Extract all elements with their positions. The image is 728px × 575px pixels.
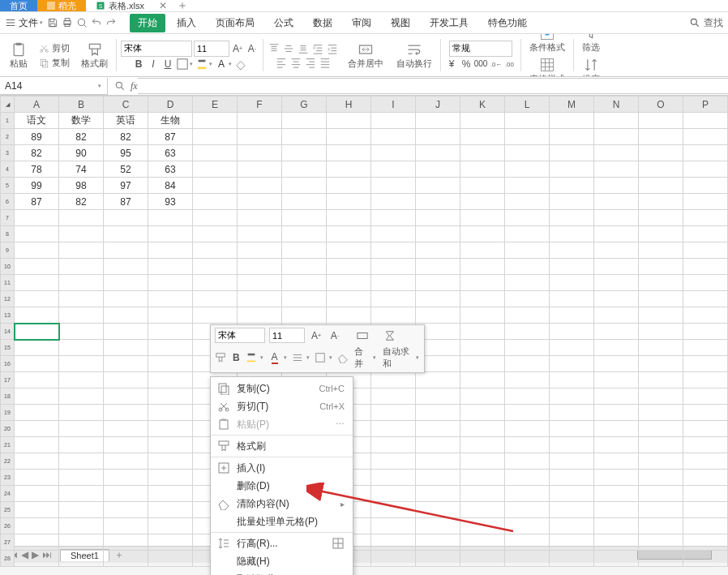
cell[interactable]: [460, 242, 505, 259]
cell[interactable]: [639, 405, 683, 421]
font-color-button[interactable]: A: [215, 58, 228, 71]
cell[interactable]: [550, 210, 594, 226]
cell[interactable]: [683, 194, 728, 210]
copy-button[interactable]: 复制: [36, 56, 72, 70]
cell[interactable]: [282, 113, 327, 129]
cell[interactable]: [683, 275, 728, 291]
cell[interactable]: [550, 372, 594, 388]
cell[interactable]: [416, 259, 460, 275]
cell[interactable]: [282, 226, 327, 242]
cell[interactable]: [148, 275, 193, 291]
row-header[interactable]: 15: [1, 340, 15, 356]
indent-increase-button[interactable]: [326, 42, 339, 55]
search-box[interactable]: 查找: [689, 16, 723, 30]
cell[interactable]: [15, 405, 59, 421]
cell[interactable]: [148, 340, 193, 356]
cell[interactable]: [505, 178, 550, 194]
cell[interactable]: [371, 291, 416, 307]
cell[interactable]: 82: [59, 129, 104, 145]
cell[interactable]: [505, 518, 550, 534]
cell[interactable]: [460, 356, 505, 372]
cell[interactable]: [327, 161, 371, 178]
cell[interactable]: [505, 242, 550, 259]
formula-input[interactable]: [138, 78, 728, 94]
underline-button[interactable]: U: [161, 58, 174, 71]
cell[interactable]: [416, 534, 460, 551]
cell[interactable]: [15, 226, 59, 242]
bold-button[interactable]: B: [132, 58, 145, 71]
italic-button[interactable]: I: [147, 58, 160, 71]
ctx-cut[interactable]: 剪切(T) Ctrl+X: [211, 397, 353, 415]
indent-decrease-button[interactable]: [311, 42, 324, 55]
cell[interactable]: [460, 178, 505, 194]
cell[interactable]: [238, 307, 282, 324]
cell[interactable]: [238, 129, 282, 145]
cell[interactable]: [59, 210, 104, 226]
cell[interactable]: [505, 405, 550, 421]
cell[interactable]: [460, 291, 505, 307]
cell[interactable]: [327, 242, 371, 259]
cell[interactable]: [282, 242, 327, 259]
align-right-button[interactable]: [304, 56, 317, 69]
cell[interactable]: [683, 470, 728, 486]
cell[interactable]: [639, 340, 683, 356]
cell[interactable]: 52: [104, 161, 148, 178]
cell[interactable]: [594, 307, 639, 324]
comma-button[interactable]: 000: [474, 58, 487, 71]
cell[interactable]: [416, 372, 460, 388]
row-header[interactable]: 9: [1, 242, 15, 259]
cell[interactable]: [327, 275, 371, 291]
menu-start[interactable]: 开始: [130, 14, 165, 32]
cell[interactable]: [15, 242, 59, 259]
cell[interactable]: [550, 437, 594, 453]
cut-button[interactable]: 剪切: [36, 41, 72, 55]
cell[interactable]: [104, 324, 148, 340]
cell[interactable]: [639, 291, 683, 307]
cell[interactable]: [505, 275, 550, 291]
row-header[interactable]: 25: [1, 502, 15, 518]
cell[interactable]: [639, 324, 683, 340]
cell[interactable]: 98: [59, 178, 104, 194]
row-header[interactable]: 14: [1, 324, 15, 340]
cell[interactable]: [104, 307, 148, 324]
align-left-button[interactable]: [275, 56, 288, 69]
cell[interactable]: [505, 340, 550, 356]
cell[interactable]: 63: [148, 161, 193, 178]
cell[interactable]: [59, 226, 104, 242]
cell[interactable]: [104, 534, 148, 551]
cell[interactable]: [416, 405, 460, 421]
cell[interactable]: [639, 129, 683, 145]
cell[interactable]: [683, 226, 728, 242]
cell[interactable]: [416, 145, 460, 161]
cell[interactable]: [104, 210, 148, 226]
cell[interactable]: [282, 129, 327, 145]
cell[interactable]: [104, 372, 148, 388]
cell[interactable]: [238, 210, 282, 226]
cell[interactable]: [282, 259, 327, 275]
cell[interactable]: [193, 113, 238, 129]
cell[interactable]: [148, 453, 193, 470]
cell[interactable]: [639, 356, 683, 372]
cell[interactable]: [639, 502, 683, 518]
menu-formula[interactable]: 公式: [266, 14, 302, 32]
cell[interactable]: [550, 518, 594, 534]
cell[interactable]: [15, 437, 59, 453]
cell[interactable]: [683, 453, 728, 470]
cell[interactable]: [416, 178, 460, 194]
row-header[interactable]: 2: [1, 129, 15, 145]
cell[interactable]: [104, 356, 148, 372]
cell[interactable]: [15, 534, 59, 551]
cell[interactable]: [371, 194, 416, 210]
cell[interactable]: [639, 388, 683, 405]
ctx-hide[interactable]: 隐藏(H): [211, 552, 353, 570]
cell[interactable]: [148, 242, 193, 259]
cell[interactable]: [639, 259, 683, 275]
cell[interactable]: [59, 437, 104, 453]
cell[interactable]: [416, 551, 460, 567]
mini-border[interactable]: [315, 350, 326, 365]
row-header[interactable]: 8: [1, 226, 15, 242]
cell[interactable]: [639, 194, 683, 210]
cell[interactable]: [416, 453, 460, 470]
cell[interactable]: [639, 518, 683, 534]
file-menu[interactable]: 文件 ▾: [5, 16, 44, 30]
